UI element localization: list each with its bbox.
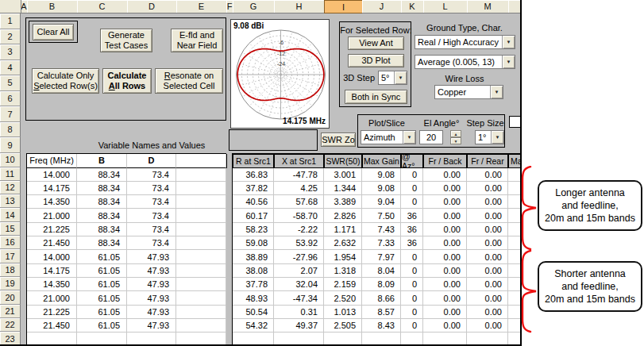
cell-E15[interactable] (176, 223, 226, 236)
header--Az-[interactable]: @ Az° (401, 154, 423, 168)
cell-E13[interactable] (176, 195, 226, 209)
cell-M21[interactable]: 0.00 (467, 306, 508, 319)
cell-E19[interactable] (176, 278, 226, 291)
cell-G21[interactable]: 50.54 (233, 306, 274, 319)
cell-B20[interactable]: 21.000 (27, 291, 77, 305)
select-all-corner[interactable] (0, 0, 21, 13)
cell-J18[interactable]: 8.04 (362, 264, 401, 278)
header-B[interactable]: B (77, 154, 127, 168)
cell-M15[interactable]: 0.00 (467, 223, 508, 236)
cell-J19[interactable]: 8.09 (362, 278, 401, 291)
column-header-B[interactable]: B (27, 0, 78, 13)
header-D[interactable]: D (127, 154, 176, 168)
cell-M14[interactable]: 0.00 (467, 209, 508, 222)
cell-H17[interactable]: -27.96 (274, 250, 324, 263)
row-header-3[interactable]: 3 (0, 44, 21, 60)
cell-B12[interactable]: 14.175 (27, 182, 77, 195)
cell-C20[interactable]: 61.05 (77, 291, 127, 305)
view-ant-button[interactable]: View Ant (348, 37, 404, 50)
row-header-4[interactable]: 4 (0, 60, 21, 76)
cell-L22[interactable]: 0.00 (423, 319, 467, 333)
cell-C17[interactable]: 61.05 (77, 250, 127, 263)
cell-D14[interactable]: 73.4 (127, 209, 176, 222)
cell-E14[interactable] (176, 209, 226, 222)
cell-L18[interactable]: 0.00 (423, 264, 467, 278)
dropdown-arrow-icon[interactable]: ▼ (502, 56, 515, 68)
row-header-18[interactable]: 18 (0, 263, 21, 277)
cell-J12[interactable]: 9.08 (362, 182, 401, 195)
cell-M22[interactable]: 0.00 (467, 319, 508, 333)
dropdown-arrow-icon[interactable]: ▼ (502, 36, 515, 48)
cell-L15[interactable]: 0.00 (423, 223, 467, 236)
cell-L14[interactable]: 0.00 (423, 209, 467, 222)
cell-G15[interactable]: 58.23 (233, 223, 274, 236)
cell-D16[interactable]: 73.4 (127, 236, 176, 250)
cell-D11[interactable]: 73.4 (127, 168, 176, 182)
cell-C16[interactable]: 88.34 (77, 236, 127, 250)
cell-E17[interactable] (176, 250, 226, 263)
cell-J17[interactable]: 7.97 (362, 250, 401, 263)
column-header-I[interactable]: I (324, 0, 363, 13)
cell-L19[interactable]: 0.00 (423, 278, 467, 291)
cell-E22[interactable] (176, 319, 226, 333)
cell-J15[interactable]: 7.43 (362, 223, 401, 236)
row-header-13[interactable]: 13 (0, 194, 21, 208)
cell-D20[interactable]: 47.93 (127, 291, 176, 305)
cell-G17[interactable]: 38.89 (233, 250, 274, 263)
cell-E18[interactable] (176, 264, 226, 278)
cell-M17[interactable]: 0.00 (467, 250, 508, 263)
row-header-14[interactable]: 14 (0, 208, 21, 221)
cell-G20[interactable]: 48.93 (233, 291, 274, 305)
row-header-16[interactable]: 16 (0, 236, 21, 249)
column-header-C[interactable]: C (77, 0, 128, 13)
cell-G18[interactable]: 38.08 (233, 264, 274, 278)
cell-I20[interactable]: 2.520 (324, 291, 362, 305)
3d-step-dropdown[interactable]: 5° ▼ (378, 71, 407, 85)
row-header-10[interactable]: 10 (0, 153, 21, 167)
cell-J11[interactable]: 9.08 (362, 168, 401, 182)
cell-K15[interactable]: 36 (401, 223, 423, 236)
cell-L21[interactable]: 0.00 (423, 306, 467, 319)
cell-I17[interactable]: 1.954 (324, 250, 362, 263)
cell-C18[interactable]: 61.05 (77, 264, 127, 278)
cell-I15[interactable]: 1.171 (324, 223, 362, 236)
row-header-12[interactable]: 12 (0, 181, 21, 194)
cell-E11[interactable] (176, 168, 226, 182)
cell-J14[interactable]: 7.50 (362, 209, 401, 222)
3d-plot-button[interactable]: 3D Plot (348, 54, 404, 67)
cell-K18[interactable]: 0 (401, 264, 423, 278)
cell-B16[interactable]: 21.450 (27, 236, 77, 250)
cell-K17[interactable]: 0 (401, 250, 423, 263)
cell-C15[interactable]: 88.34 (77, 223, 127, 236)
ground-char-dropdown[interactable]: Average (0.005, 13) ▼ (415, 55, 515, 69)
cell-H19[interactable]: 32.04 (274, 278, 324, 291)
spinner-up-icon[interactable]: ▲ (450, 130, 461, 137)
cell-B11[interactable]: 14.000 (27, 168, 77, 182)
resonate-button[interactable]: Resonate on Selected Cell (155, 68, 223, 94)
dropdown-arrow-icon[interactable]: ▼ (491, 131, 503, 144)
cell-H14[interactable]: -58.70 (274, 209, 324, 222)
column-header-G[interactable]: G (233, 0, 275, 13)
cell-J13[interactable]: 9.04 (362, 195, 401, 209)
cell-D12[interactable]: 73.4 (127, 182, 176, 195)
cell-H12[interactable]: 4.25 (274, 182, 324, 195)
cell-D17[interactable]: 47.93 (127, 250, 176, 263)
row-header-5[interactable]: 5 (0, 75, 21, 91)
cell-B19[interactable]: 14.350 (27, 278, 77, 291)
cell-E21[interactable] (176, 306, 226, 319)
el-angle-field[interactable]: 20 (419, 130, 443, 144)
cell-D18[interactable]: 47.93 (127, 264, 176, 278)
cell-M11[interactable]: 0.00 (467, 168, 508, 182)
cell-I14[interactable]: 2.826 (324, 209, 362, 222)
both-in-sync-button[interactable]: Both in Sync (345, 90, 407, 104)
cell-J22[interactable]: 8.43 (362, 319, 401, 333)
cell-D13[interactable]: 73.4 (127, 195, 176, 209)
cell-G14[interactable]: 60.17 (233, 209, 274, 222)
cell-H22[interactable]: 49.37 (274, 319, 324, 333)
calculate-selected-rows-button[interactable]: Calculate Only Selected Row(s) (32, 68, 99, 94)
cell-K11[interactable]: 0 (401, 168, 423, 182)
cell-M18[interactable]: 0.00 (467, 264, 508, 278)
dropdown-arrow-icon[interactable]: ▼ (403, 131, 415, 144)
dropdown-arrow-icon[interactable]: ▼ (490, 86, 503, 98)
cell-H13[interactable]: 57.68 (274, 195, 324, 209)
